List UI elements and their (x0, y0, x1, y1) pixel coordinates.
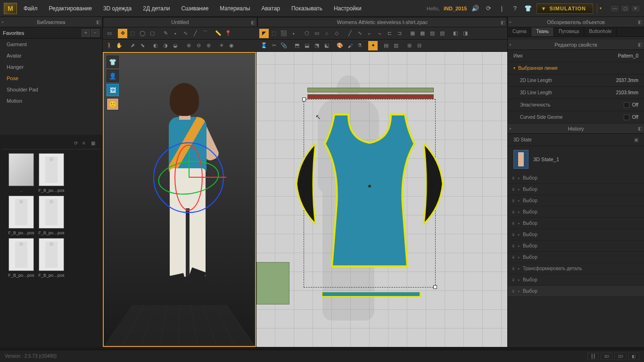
shirt-icon[interactable]: 👕 (523, 4, 533, 13)
history-item[interactable]: ⤋▸Выбор (508, 229, 644, 240)
help-icon[interactable]: ? (510, 4, 520, 13)
tool2d-b4[interactable]: ⊐ (395, 29, 404, 38)
menu-file[interactable]: Файл (19, 1, 42, 16)
thumb-pose-3[interactable]: F_B_po…pos (38, 196, 65, 235)
tool-a6[interactable]: ⊗ (204, 41, 213, 50)
lib-item-avatar[interactable]: Avatar (0, 50, 102, 61)
history-item[interactable]: ⤋▸Выбор (508, 206, 644, 218)
tool-tape[interactable]: 📏 (214, 29, 223, 38)
menu-2d-details[interactable]: 2Д детали (138, 1, 174, 16)
transform-gizmo[interactable] (151, 140, 226, 215)
simulation-dropdown[interactable]: ▾ (597, 4, 603, 13)
tool-rect[interactable]: ▢ (148, 29, 157, 38)
menu-3d-clothes[interactable]: 3D одежда (99, 1, 136, 16)
thumb-pose-5[interactable]: F_B_po…pos (38, 238, 65, 278)
lib-item-pose[interactable]: Pose (0, 73, 102, 84)
tool-fold[interactable]: ⬊ (138, 41, 147, 50)
tool-cursor[interactable]: ▭ (105, 29, 114, 38)
tool2d-c3[interactable]: ▨ (428, 29, 437, 38)
pattern-main-tank[interactable] (320, 111, 419, 271)
tool2d-g2[interactable]: ▥ (391, 41, 401, 50)
tool-a8[interactable]: ◉ (227, 41, 236, 50)
menu-sewing[interactable]: Сшивание (176, 1, 213, 16)
tool2d-line[interactable]: ╱ (345, 29, 355, 38)
tool2d-c2[interactable]: ▩ (418, 29, 427, 38)
tool2d-select[interactable]: ◤ (259, 29, 269, 38)
tool2d-dart[interactable]: ◇ (332, 29, 341, 38)
tool2d-e4[interactable]: ⬕ (322, 41, 331, 50)
lib-item-hanger[interactable]: Hanger (0, 61, 102, 73)
state-item[interactable]: 3D State_1 (508, 146, 644, 173)
pattern-piece-extra[interactable] (256, 262, 289, 304)
menu-show[interactable]: Показывать (287, 1, 327, 16)
history-item[interactable]: ⤋▸Выбор (508, 274, 644, 286)
menu-settings[interactable]: Настройки (329, 1, 366, 16)
tool-pin[interactable]: 📍 (223, 29, 233, 38)
history-item[interactable]: ⤋▸Трансформировать деталь (508, 263, 644, 274)
tool2d-snap[interactable]: ✦ (368, 41, 378, 50)
status-sep[interactable]: ┃┃ (587, 353, 599, 360)
tool2d-circle[interactable]: ○ (322, 29, 331, 38)
list-view-icon[interactable]: ≡ (83, 140, 90, 147)
pattern-side-left[interactable] (292, 141, 320, 226)
thumb-pose-4[interactable]: F_B_po…pos (8, 238, 35, 278)
prop-section-selected-line[interactable]: ▾Выбранная линия (508, 62, 644, 74)
maximize-button[interactable]: ▢ (620, 5, 630, 12)
tab-button[interactable]: Пуговица (554, 27, 584, 36)
pattern-strip-1[interactable] (307, 88, 434, 92)
tool2d-f3[interactable]: ⚗ (355, 41, 364, 50)
tool-a5[interactable]: ⊖ (194, 41, 203, 50)
tool2d-sew1[interactable]: 🧵 (259, 41, 269, 50)
history-item[interactable]: ⤋▸Выбор (508, 184, 644, 195)
minimize-button[interactable]: — (610, 5, 619, 12)
simulation-button[interactable]: ▼SIMULATION (537, 3, 593, 14)
tool-a4[interactable]: ⊕ (184, 41, 193, 50)
tool2d-b2[interactable]: ¬ (375, 29, 384, 38)
tool-line[interactable]: ╱ (190, 29, 200, 38)
lib-item-shoulderpad[interactable]: Shoulder Pad (0, 84, 102, 95)
vp-garment-icon[interactable]: 👕 (107, 56, 119, 68)
status-3d[interactable]: 3D (601, 353, 613, 360)
tool2d-b1[interactable]: ⌐ (365, 29, 374, 38)
menu-edit[interactable]: Редактирование (44, 1, 97, 16)
tool2d-e3[interactable]: ⬔ (312, 41, 322, 50)
status-2d[interactable]: 2D (614, 353, 627, 360)
prop-curved-side[interactable]: Curved Side GeomeOff (508, 111, 644, 123)
tool-lasso[interactable]: ◯ (138, 29, 147, 38)
tool-pen[interactable]: ✎ (161, 29, 170, 38)
status-dock[interactable]: ◧ (628, 353, 639, 360)
tool2d-e2[interactable]: ⬓ (302, 41, 312, 50)
tool-a3[interactable]: ◒ (171, 41, 180, 50)
tool2d-transform[interactable]: ⬛ (279, 29, 289, 38)
tool2d-sew2[interactable]: ✂ (269, 41, 279, 50)
tool2d-curve[interactable]: ∿ (355, 29, 364, 38)
viewport-3d[interactable]: 👕 👤 🖼 🙂 (103, 52, 256, 347)
tool2d-b3[interactable]: ⊏ (385, 29, 394, 38)
tool-curve[interactable]: ∿ (181, 29, 190, 38)
tool2d-edit[interactable]: ⬚ (269, 29, 279, 38)
remove-favorite-button[interactable]: − (91, 29, 99, 37)
checkbox-icon[interactable] (624, 102, 629, 108)
tool2d-f1[interactable]: 🎨 (335, 41, 345, 50)
tool-arc[interactable]: ⌒ (200, 29, 210, 38)
lib-item-motion[interactable]: Motion (0, 95, 102, 107)
tool2d-rect[interactable]: ▭ (312, 29, 322, 38)
tool-hand[interactable]: ✋ (115, 41, 124, 50)
tool2d-d1[interactable]: ◧ (451, 29, 460, 38)
viewport-2d[interactable]: ↖ (256, 52, 507, 347)
vp-texture-icon[interactable]: 🖼 (107, 84, 119, 96)
tab-buttonhole[interactable]: Buttonhole (584, 27, 617, 36)
history-item[interactable]: ⤋▸Выбор (508, 286, 644, 297)
history-item[interactable]: ⤋▸Выбор (508, 218, 644, 229)
sound-icon[interactable]: 🔊 (471, 4, 480, 13)
vp-skin-icon[interactable]: 🙂 (107, 98, 119, 110)
history-item[interactable]: ⤋▸Выбор (508, 173, 644, 184)
tab-fabric[interactable]: Ткань (531, 27, 554, 36)
tool2d-c1[interactable]: ▦ (408, 29, 417, 38)
tool-a7[interactable]: ☀ (217, 41, 226, 50)
pattern-strip-bottom[interactable] (322, 291, 421, 297)
history-item[interactable]: ⤋▸Выбор (508, 252, 644, 263)
tool2d-f2[interactable]: 🖌 (345, 41, 355, 50)
tool2d-poly[interactable]: ⬠ (302, 29, 312, 38)
tab-scene[interactable]: Сцена (508, 27, 531, 36)
